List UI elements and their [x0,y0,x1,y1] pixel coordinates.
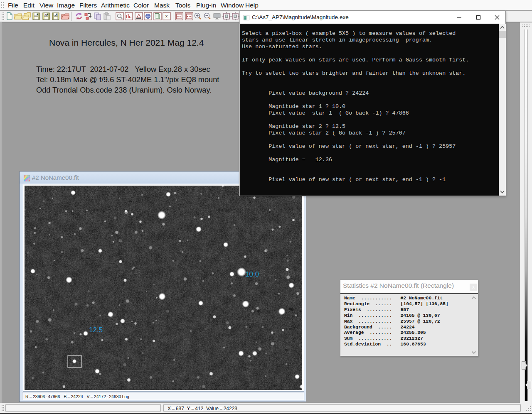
svg-text:Σ: Σ [165,13,168,20]
svg-text:10.0: 10.0 [245,270,259,278]
svg-text:V: V [45,13,47,17]
svg-text:J: J [55,13,57,17]
svg-text:12.5: 12.5 [89,326,103,334]
